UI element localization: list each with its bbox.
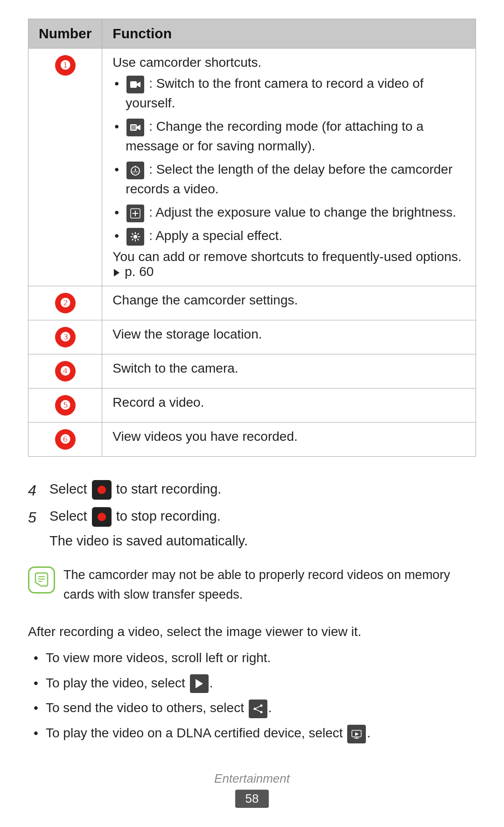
step-4-row: 4 Select to start recording. <box>28 479 476 502</box>
recording-mode-icon <box>126 119 144 136</box>
bullet-effect: : Apply a special effect. <box>112 226 465 246</box>
footer: Entertainment 58 <box>28 771 476 808</box>
svg-marker-33 <box>355 732 359 736</box>
table-row: ❹ Switch to the camera. <box>28 354 476 389</box>
front-camera-icon <box>126 76 144 93</box>
effect-icon <box>126 228 144 246</box>
step-5-number: 5 <box>28 506 49 529</box>
row1-title: Use camcorder shortcuts. <box>112 55 261 70</box>
number-badge-3: ❸ <box>55 327 76 347</box>
number-badge-1: ❶ <box>55 55 76 76</box>
svg-rect-0 <box>130 81 137 88</box>
svg-text:OFF: OFF <box>132 170 138 174</box>
step4-text-before: Select <box>49 481 91 496</box>
step-4-text: Select to start recording. <box>49 479 476 500</box>
svg-line-20 <box>132 239 133 240</box>
bullet-dlna: To play the video on a DLNA certified de… <box>32 723 476 743</box>
row2-function: Change the camcorder settings. <box>102 286 476 320</box>
svg-line-19 <box>138 233 139 234</box>
play-icon <box>190 674 209 693</box>
step5-text-before: Select <box>49 509 91 523</box>
row5-number: ❺ <box>28 389 102 423</box>
number-badge-5: ❺ <box>55 395 76 416</box>
svg-marker-1 <box>137 82 140 87</box>
table-row: ❷ Change the camcorder settings. <box>28 286 476 320</box>
exposure-icon <box>126 205 144 222</box>
row4-function: Switch to the camera. <box>102 354 476 389</box>
footer-page: 58 <box>235 790 269 808</box>
bullet-exposure: : Adjust the exposure value to change th… <box>112 203 465 222</box>
note-box: The camcorder may not be able to properl… <box>28 565 476 605</box>
stop-record-button-icon <box>92 507 112 527</box>
svg-line-17 <box>132 233 133 234</box>
svg-line-18 <box>138 239 139 240</box>
arrow-right-icon <box>114 269 119 276</box>
number-badge-6: ❻ <box>55 429 76 450</box>
bullet-share: To send the video to others, select . <box>32 698 476 718</box>
svg-rect-4 <box>131 125 136 130</box>
row4-number: ❹ <box>28 354 102 389</box>
svg-point-12 <box>133 235 137 239</box>
bullet-front-camera: : Switch to the front camera to record a… <box>112 74 465 113</box>
step-sub-text: The video is saved automatically. <box>49 533 476 549</box>
row3-number: ❸ <box>28 320 102 354</box>
table-row: ❸ View the storage location. <box>28 320 476 354</box>
row6-number: ❻ <box>28 423 102 457</box>
footer-label: Entertainment <box>28 771 476 786</box>
step-5-text: Select to stop recording. <box>49 506 476 527</box>
step-4-number: 4 <box>28 479 49 502</box>
start-record-button-icon <box>92 480 112 500</box>
steps-section: 4 Select to start recording. 5 Select to… <box>28 479 476 549</box>
after-text: After recording a video, select the imag… <box>28 622 476 643</box>
svg-marker-3 <box>137 125 140 130</box>
after-bullets: To view more videos, scroll left or righ… <box>32 648 476 743</box>
row2-number: ❷ <box>28 286 102 320</box>
note-icon <box>28 566 55 594</box>
bullet-play: To play the video, select . <box>32 673 476 693</box>
note-text: The camcorder may not be able to properl… <box>63 565 476 605</box>
col-header-number: Number <box>28 19 102 49</box>
row1-function: Use camcorder shortcuts. : Switch to the… <box>102 49 476 286</box>
bullet-scroll: To view more videos, scroll left or righ… <box>32 648 476 668</box>
row1-bullets: : Switch to the front camera to record a… <box>112 74 465 246</box>
share-icon <box>249 700 267 718</box>
number-badge-4: ❹ <box>55 361 76 382</box>
table-row: ❺ Record a video. <box>28 389 476 423</box>
row6-function: View videos you have recorded. <box>102 423 476 457</box>
row1-number: ❶ <box>28 49 102 286</box>
step4-text-after: to start recording. <box>116 481 222 496</box>
svg-line-28 <box>255 706 261 709</box>
page-ref: p. 60 <box>125 264 154 279</box>
table-row: ❶ Use camcorder shortcuts. : Switch to t… <box>28 49 476 286</box>
function-table: Number Function ❶ Use camcorder shortcut… <box>28 19 476 457</box>
number-badge-2: ❷ <box>55 293 76 313</box>
bullet-recording-mode: : Change the recording mode (for attachi… <box>112 117 465 156</box>
svg-marker-24 <box>196 679 203 688</box>
bullet-timer: OFF : Select the length of the delay bef… <box>112 160 465 199</box>
step-5-row: 5 Select to stop recording. <box>28 506 476 529</box>
dlna-icon <box>347 725 366 743</box>
table-row: ❻ View videos you have recorded. <box>28 423 476 457</box>
row5-function: Record a video. <box>102 389 476 423</box>
step5-text-after: to stop recording. <box>116 509 221 523</box>
col-header-function: Function <box>102 19 476 49</box>
svg-line-29 <box>255 709 261 712</box>
row1-footer: You can add or remove shortcuts to frequ… <box>112 249 462 279</box>
timer-icon: OFF <box>126 162 144 179</box>
row3-function: View the storage location. <box>102 320 476 354</box>
